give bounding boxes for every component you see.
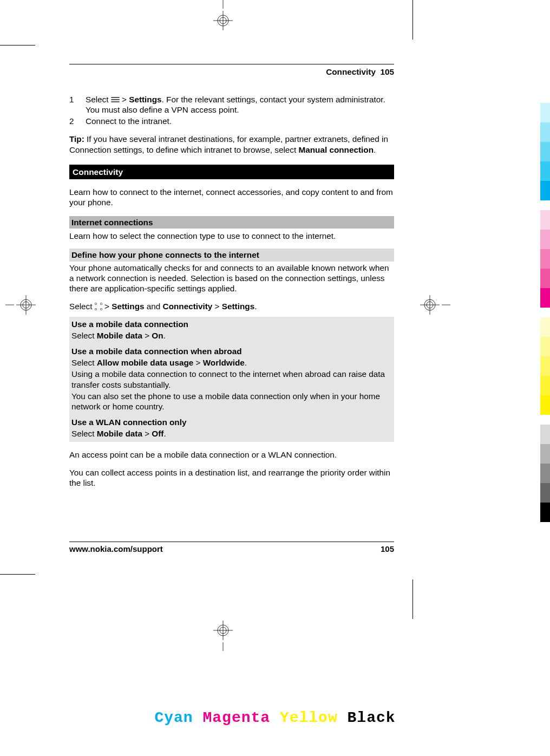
menu-icon: [111, 96, 120, 103]
connectivity-intro: Learn how to connect to the internet, co…: [69, 187, 394, 207]
crop-mark: [0, 574, 35, 575]
footer-page-number: 105: [381, 544, 394, 553]
running-header: Connectivity 105: [69, 67, 394, 77]
box-mobile-data: Use a mobile data connection Select Mobi…: [69, 317, 394, 344]
subsection-define: Define how your phone connects to the in…: [69, 249, 394, 261]
section-heading-connectivity: Connectivity: [69, 165, 394, 179]
crop-mark: [0, 45, 35, 45]
page-footer: www.nokia.com/support 105: [69, 542, 394, 553]
box-wlan-only: Use a WLAN connection only Select Mobile…: [69, 415, 394, 442]
step-2: 2 Connect to the intranet.: [69, 116, 394, 126]
process-color-names: Cyan Magenta Yellow Black: [0, 709, 550, 726]
crop-mark: [413, 579, 413, 619]
tip-paragraph: Tip: If you have several intranet destin…: [69, 134, 394, 154]
access-point-note: An access point can be a mobile data con…: [69, 449, 394, 460]
destination-list-note: You can collect access points in a desti…: [69, 467, 394, 488]
page-content: Connectivity 105 1 Select > Settings. Fo…: [69, 64, 394, 488]
box-mobile-data-abroad: Use a mobile data connection when abroad…: [69, 344, 394, 415]
internet-intro: Learn how to select the connection type …: [69, 231, 394, 241]
subsection-internet-connections: Internet connections: [69, 216, 394, 229]
color-swatches: [540, 103, 550, 522]
apps-icon: [95, 303, 102, 310]
footer-url: www.nokia.com/support: [69, 544, 163, 553]
define-paragraph: Your phone automatically checks for and …: [69, 263, 394, 294]
define-select-path: Select > Settings and Connectivity > Set…: [69, 301, 394, 311]
crop-mark: [413, 0, 413, 40]
step-1: 1 Select > Settings. For the relevant se…: [69, 94, 394, 115]
